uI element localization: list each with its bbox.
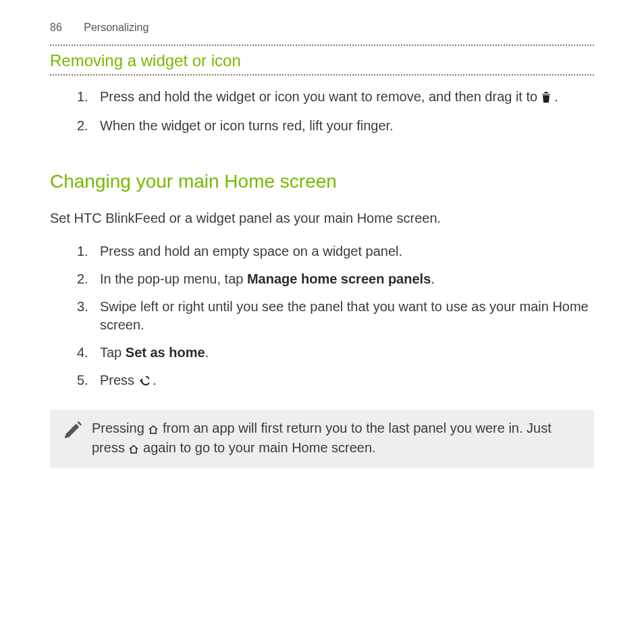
text: Pressing (92, 421, 148, 435)
text: Press (100, 373, 138, 387)
trash-icon (541, 89, 551, 107)
text: . (153, 373, 157, 387)
list-item: 2. In the pop-up menu, tap Manage home s… (77, 270, 594, 288)
list-item: 4. Tap Set as home. (77, 344, 594, 362)
text: . (554, 89, 558, 104)
text: Tap (100, 345, 126, 360)
divider (50, 45, 594, 46)
list-item: 1. Press and hold an empty space on a wi… (77, 242, 594, 261)
step-text: Press and hold the widget or icon you wa… (100, 88, 594, 107)
pencil-icon (62, 419, 92, 458)
step-text: Press . (100, 371, 594, 391)
step-text: In the pop-up menu, tap Manage home scre… (100, 270, 594, 288)
step-number: 1. (77, 88, 100, 106)
text: In the pop-up menu, tap (100, 271, 247, 286)
step-text: Press and hold an empty space on a widge… (100, 242, 594, 261)
section-name: Personalizing (84, 22, 149, 33)
steps-changing: 1. Press and hold an empty space on a wi… (77, 242, 594, 391)
step-number: 4. (77, 344, 100, 362)
back-icon (138, 373, 149, 391)
running-header: 86 Personalizing (50, 20, 594, 35)
steps-removing: 1. Press and hold the widget or icon you… (77, 88, 594, 135)
text: Press and hold the widget or icon you wa… (100, 89, 541, 104)
home-icon (148, 421, 159, 439)
text: . (205, 345, 209, 360)
step-text: Swipe left or right until you see the pa… (100, 298, 594, 334)
divider (50, 74, 594, 76)
step-number: 3. (77, 298, 100, 316)
step-number: 2. (77, 117, 100, 135)
list-item: 3. Swipe left or right until you see the… (77, 298, 594, 334)
step-text: When the widget or icon turns red, lift … (100, 117, 594, 135)
step-text: Tap Set as home. (100, 344, 594, 362)
list-item: 5. Press . (77, 371, 594, 391)
note-text: Pressing from an app will first return y… (92, 419, 582, 458)
note-box: Pressing from an app will first return y… (50, 410, 594, 468)
step-number: 2. (77, 270, 100, 288)
text: . (431, 271, 435, 286)
bold-text: Set as home (126, 345, 205, 360)
page: 86 Personalizing Removing a widget or ic… (0, 0, 644, 468)
heading-changing: Changing your main Home screen (50, 169, 594, 194)
home-icon (128, 440, 139, 458)
step-number: 5. (77, 371, 100, 390)
step-number: 1. (77, 242, 100, 261)
bold-text: Manage home screen panels (247, 271, 431, 286)
text: again to go to your main Home screen. (143, 440, 376, 455)
intro-text: Set HTC BlinkFeed or a widget panel as y… (50, 209, 594, 227)
heading-removing: Removing a widget or icon (50, 50, 594, 72)
list-item: 2. When the widget or icon turns red, li… (77, 117, 594, 135)
page-number: 86 (50, 20, 62, 35)
list-item: 1. Press and hold the widget or icon you… (77, 88, 594, 107)
